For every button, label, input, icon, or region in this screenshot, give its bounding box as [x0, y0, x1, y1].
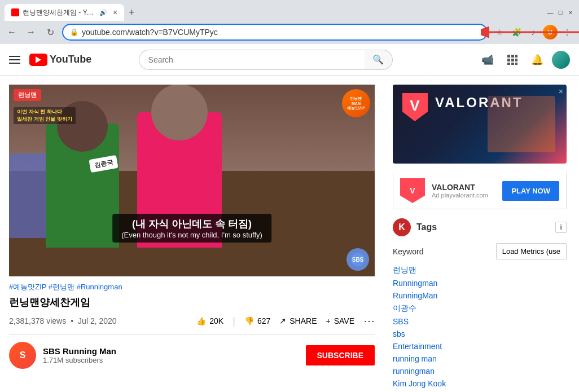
subscribe-button[interactable]: SUBSCRIBE — [306, 345, 375, 365]
action-divider: | — [233, 315, 235, 327]
svg-rect-4 — [515, 55, 517, 58]
address-bar[interactable]: 🔒 youtube.com/watch?v=B7VCUMyTPyc — [62, 24, 488, 41]
subtitle-english: (Even though it's not my child, I'm so s… — [121, 231, 262, 239]
tag-item[interactable]: 런닝맨 — [393, 265, 567, 275]
red-arrow — [481, 24, 579, 41]
search-input[interactable] — [139, 50, 365, 70]
save-button[interactable]: + SAVE — [326, 316, 355, 325]
right-sidebar: V VALORANT × V VALORANT Ad playval — [384, 76, 576, 392]
notifications-button[interactable]: 🔔 — [527, 50, 547, 70]
valorant-logo-icon: V — [400, 90, 431, 121]
share-button[interactable]: ↗ SHARE — [279, 316, 317, 325]
create-button[interactable]: 📹 — [477, 50, 498, 70]
refresh-button[interactable]: ↻ — [43, 25, 58, 39]
youtube-logo[interactable]: YouTube — [29, 54, 91, 66]
play-triangle — [36, 56, 41, 63]
tag-item[interactable]: Kim Jong Kook — [393, 379, 567, 388]
subtitle-korean: (내 자식 아닌데도 속 터짐) — [121, 217, 262, 231]
tag-item[interactable]: sbs — [393, 329, 567, 338]
ad-logo-letter: V — [410, 186, 415, 195]
channel-row: S SBS Running Man 1.71M subscribers SUBS… — [9, 334, 375, 369]
svg-rect-10 — [515, 63, 517, 65]
svg-rect-8 — [507, 63, 510, 65]
new-tab-button[interactable]: + — [124, 5, 139, 21]
ad-close-button[interactable]: × — [559, 87, 563, 96]
show-subtitle-overlay: 이번 자식 쩐 하나다일세찬 게임 인물 맞히기 — [14, 107, 76, 124]
apps-icon — [507, 55, 517, 65]
browser-tab[interactable]: 런닝맨양세찬게임 - YouTube 🔊 × — [5, 4, 124, 21]
tags-info-button[interactable]: i — [555, 222, 567, 233]
upload-date: Jul 2, 2020 — [78, 316, 117, 325]
menu-button[interactable] — [9, 56, 20, 64]
dislike-button[interactable]: 👎 627 — [244, 316, 270, 325]
minimize-button[interactable]: — — [546, 8, 554, 16]
play-now-button[interactable]: PLAY NOW — [502, 181, 559, 201]
subtitle-overlay: (내 자식 아닌데도 속 터짐) (Even though it's not m… — [112, 214, 271, 243]
video-hashtags[interactable]: #예능맛ZIP #런닝맨 #Runningman — [9, 282, 375, 292]
video-player[interactable]: 김종국 런닝맨 이번 자식 쩐 하나다일세찬 게임 인물 맞히기 런닝맨MAN예… — [9, 85, 375, 276]
tab-audio-icon: 🔊 — [99, 9, 107, 16]
search-icon: 🔍 — [372, 54, 384, 65]
tag-item[interactable]: Runningman — [393, 279, 567, 288]
apps-button[interactable] — [502, 50, 523, 70]
video-info: #예능맛ZIP #런닝맨 #Runningman 런닝맨양세찬게임 2,381,… — [9, 282, 375, 328]
tab-close-button[interactable]: × — [113, 8, 117, 17]
youtube-app: YouTube 🔍 📹 — [0, 44, 579, 392]
back-button[interactable]: ← — [5, 25, 19, 39]
running-man-badge: 런닝맨MAN예능맛ZIP — [342, 89, 370, 117]
video-section: 김종국 런닝맨 이번 자식 쩐 하나다일세찬 게임 인물 맞히기 런닝맨MAN예… — [0, 76, 384, 392]
ad-title: VALORANT — [432, 183, 495, 192]
ad-logo-small: V — [400, 178, 425, 203]
like-button[interactable]: 👍 20K — [196, 316, 223, 325]
channel-name[interactable]: SBS Running Man — [43, 346, 116, 356]
save-label: SAVE — [334, 316, 354, 325]
show-logo-overlay: 런닝맨 — [14, 89, 41, 101]
url-text[interactable]: youtube.com/watch?v=B7VCUMyTPyc — [82, 28, 480, 37]
address-bar-row: ← → ↻ 🔒 youtube.com/watch?v=B7VCUMyTPyc … — [0, 21, 579, 44]
search-button[interactable]: 🔍 — [365, 50, 393, 70]
close-button[interactable]: × — [567, 8, 574, 16]
youtube-header: YouTube 🔍 📹 — [0, 44, 579, 76]
user-avatar[interactable] — [552, 51, 570, 69]
tag-item[interactable]: RunningMan — [393, 291, 567, 300]
svg-text:SBS: SBS — [352, 257, 364, 263]
rm-circle: 런닝맨MAN예능맛ZIP — [342, 89, 370, 117]
thumbs-up-icon: 👍 — [196, 316, 206, 325]
window-controls: — □ × — [546, 8, 574, 16]
tag-item[interactable]: runningman — [393, 367, 567, 376]
video-scene: 김종국 런닝맨 이번 자식 쩐 하나다일세찬 게임 인물 맞히기 런닝맨MAN예… — [9, 85, 375, 276]
tags-title: Tags — [416, 222, 437, 232]
title-bar: 런닝맨양세찬게임 - YouTube 🔊 × + — □ × — [0, 0, 579, 21]
channel-info: SBS Running Man 1.71M subscribers — [43, 346, 116, 364]
maximize-button[interactable]: □ — [556, 8, 564, 16]
video-actions: 👍 20K | 👎 627 ↗ SHARE + — [196, 314, 375, 328]
header-right: 📹 🔔 — [477, 50, 570, 70]
ad-info-row: V VALORANT Ad playvalorant.com PLAY NOW — [393, 173, 567, 209]
dislike-count: 627 — [257, 316, 270, 325]
tag-item[interactable]: 이광수 — [393, 303, 567, 314]
tags-header: K Tags i — [393, 218, 567, 236]
ad-image-bg — [488, 96, 555, 152]
youtube-logo-text: YouTube — [50, 54, 91, 65]
save-icon: + — [326, 316, 331, 325]
channel-avatar[interactable]: S — [9, 342, 36, 369]
tag-item[interactable]: Entertainment — [393, 342, 567, 351]
svg-text:V: V — [410, 97, 420, 114]
more-button[interactable]: ⋯ — [363, 314, 375, 328]
forward-button[interactable]: → — [24, 25, 38, 39]
keyword-label: Keyword — [393, 247, 423, 256]
browser-chrome: 런닝맨양세찬게임 - YouTube 🔊 × + — □ × ← → ↻ 🔒 y… — [0, 0, 579, 44]
subscriber-count: 1.71M subscribers — [43, 356, 116, 364]
svg-rect-2 — [507, 55, 510, 58]
svg-rect-7 — [515, 59, 517, 61]
lock-icon: 🔒 — [70, 28, 78, 36]
ad-banner[interactable]: V VALORANT × — [393, 85, 567, 164]
load-metrics-button[interactable]: Load Metrics (use — [496, 243, 567, 259]
tag-item[interactable]: SBS — [393, 317, 567, 326]
tag-list: 런닝맨RunningmanRunningMan이광수SBSsbsEntertai… — [393, 265, 567, 392]
share-icon: ↗ — [279, 316, 286, 325]
ad-details: VALORANT Ad playvalorant.com — [432, 183, 495, 199]
view-count: 2,381,378 views — [9, 316, 66, 325]
tag-item[interactable]: running man — [393, 354, 567, 363]
youtube-logo-icon — [29, 54, 47, 66]
